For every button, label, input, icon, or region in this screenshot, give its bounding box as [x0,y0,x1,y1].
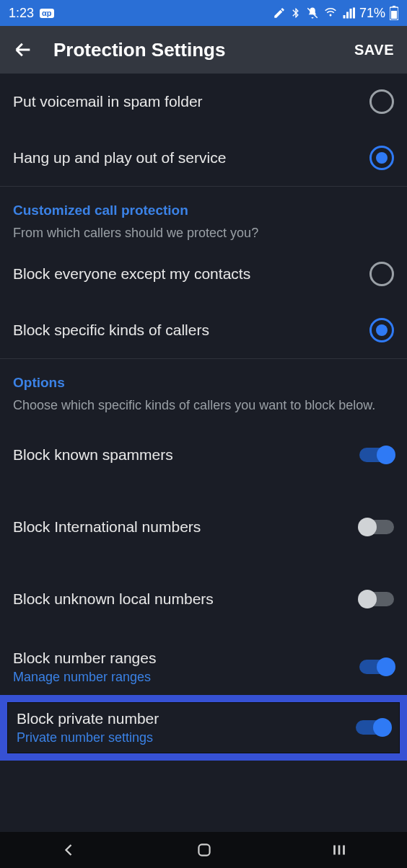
pencil-icon [273,6,286,19]
radio-label: Put voicemail in spam folder [13,93,203,110]
toggle-sublabel[interactable]: Private number settings [17,730,159,745]
bluetooth-icon [290,6,302,19]
radio-voicemail-spam[interactable]: Put voicemail in spam folder [0,74,407,130]
section-title: Customized call protection [13,203,394,218]
nav-home-icon[interactable] [195,841,214,859]
section-custom-protection: Customized call protection From which ca… [0,187,407,359]
svg-rect-3 [393,6,395,7]
status-right: 71% [273,6,398,21]
page-title: Protection Settings [53,39,334,61]
radio-icon[interactable] [369,89,394,114]
status-badge: αр [40,9,53,18]
battery-percent: 71% [359,6,385,21]
section-description: From which callers should we protect you… [13,224,394,242]
section-header: Customized call protection From which ca… [0,187,407,246]
nav-back-icon[interactable] [58,840,79,860]
signal-icon [342,6,355,19]
section-handling: Put voicemail in spam folder Hang up and… [0,74,407,187]
section-options: Options Choose which specific kinds of c… [0,359,407,760]
toggle-sublabel[interactable]: Manage number ranges [13,670,156,685]
section-description: Choose which specific kinds of callers y… [13,397,394,414]
highlighted-row: Block private number Private number sett… [0,695,407,761]
nav-recent-icon[interactable] [330,841,349,859]
mute-icon [306,6,319,19]
radio-block-except-contacts[interactable]: Block everyone except my contacts [0,246,407,302]
toggle-text: Block private number Private number sett… [17,710,159,745]
radio-block-specific-kinds[interactable]: Block specific kinds of callers [0,302,407,358]
toggle-label: Block private number [17,710,159,727]
section-title: Options [13,375,394,391]
toggle-block-known-spammers[interactable]: Block known spammers [0,419,407,491]
radio-hangup-out-of-service[interactable]: Hang up and play out of service [0,130,407,186]
radio-label: Block everyone except my contacts [13,265,250,283]
radio-icon[interactable] [369,146,394,170]
radio-label: Block specific kinds of callers [13,322,209,339]
back-icon[interactable] [13,40,33,60]
svg-rect-2 [391,11,397,19]
app-bar: Protection Settings SAVE [0,26,407,74]
status-left: 1:23 αр [9,6,54,21]
radio-icon[interactable] [369,262,394,286]
toggle-block-number-ranges[interactable]: Block number ranges Manage number ranges [0,635,407,691]
toggle-label: Block known spammers [13,446,173,464]
section-header: Options Choose which specific kinds of c… [0,359,407,418]
switch-icon[interactable] [359,520,394,534]
radio-label: Hang up and play out of service [13,149,226,167]
toggle-block-international[interactable]: Block International numbers [0,491,407,563]
toggle-label: Block number ranges [13,650,156,667]
toggle-text: Block number ranges Manage number ranges [13,650,156,685]
svg-rect-4 [198,844,209,855]
save-button[interactable]: SAVE [354,42,394,58]
switch-icon[interactable] [356,720,390,735]
toggle-block-unknown-local[interactable]: Block unknown local numbers [0,563,407,635]
system-nav-bar [0,832,407,868]
radio-icon[interactable] [369,318,394,342]
switch-icon[interactable] [359,448,394,462]
toggle-label: Block International numbers [13,518,201,536]
toggle-block-private-number[interactable]: Block private number Private number sett… [7,702,400,753]
switch-icon[interactable] [359,660,394,674]
content-scroll[interactable]: Put voicemail in spam folder Hang up and… [0,74,407,832]
status-bar: 1:23 αр 71% [0,0,407,26]
status-time: 1:23 [9,6,34,21]
switch-icon[interactable] [359,592,394,606]
toggle-label: Block unknown local numbers [13,590,214,608]
battery-icon [390,6,398,20]
wifi-icon [323,6,338,19]
